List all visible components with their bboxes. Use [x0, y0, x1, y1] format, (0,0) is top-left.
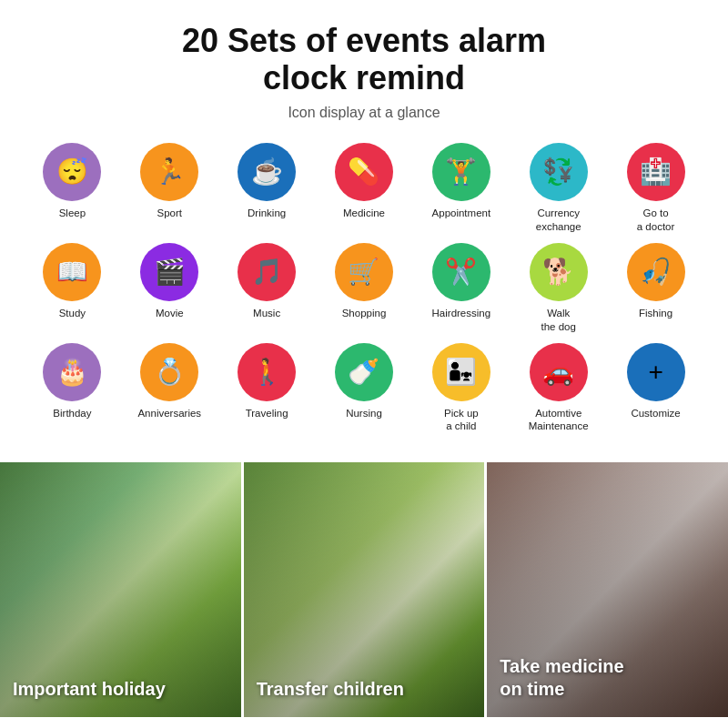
icon-circle-pickup: 👨‍👧: [432, 343, 490, 401]
icon-circle-study: 📖: [43, 243, 101, 301]
icon-item-automotive: 🚗Automtive Maintenance: [511, 343, 605, 434]
icon-circle-nursing: 🍼: [335, 343, 393, 401]
icon-circle-currency: 💱: [530, 143, 588, 201]
icons-grid: 😴Sleep🏃Sport☕Drinking💊Medicine🏋Appointme…: [18, 143, 710, 434]
icon-item-currency: 💱Currency exchange: [511, 143, 605, 234]
icon-circle-doctor: 🏥: [627, 143, 685, 201]
icon-circle-automotive: 🚗: [530, 343, 588, 401]
icon-circle-medicine: 💊: [335, 143, 393, 201]
icon-label-sleep: Sleep: [59, 207, 86, 220]
icon-label-appointment: Appointment: [432, 207, 491, 220]
icon-circle-customize: +: [627, 343, 685, 401]
icon-label-study: Study: [59, 307, 86, 320]
icon-circle-sport: 🏃: [140, 143, 198, 201]
photo-panel-medicine_time: Take medicine on time: [484, 462, 728, 717]
photos-section: Important holidayTransfer childrenTake m…: [0, 462, 728, 717]
icon-label-shopping: Shopping: [342, 307, 387, 320]
icon-circle-music: 🎵: [238, 243, 296, 301]
page-title: 20 Sets of events alarm clock remind: [18, 22, 710, 97]
icon-label-currency: Currency exchange: [536, 207, 581, 234]
icon-item-walkdog: 🐕Walk the dog: [511, 243, 605, 334]
icon-item-drinking: ☕Drinking: [220, 143, 314, 234]
icon-circle-movie: 🎬: [140, 243, 198, 301]
photo-label-children: Transfer children: [257, 678, 404, 701]
photo-panel-children: Transfer children: [241, 462, 485, 717]
subtitle: Icon display at a glance: [18, 105, 710, 121]
icon-item-customize: +Customize: [609, 343, 703, 434]
icon-item-music: 🎵Music: [220, 243, 314, 334]
icon-item-sport: 🏃Sport: [123, 143, 217, 234]
icon-item-traveling: 🚶Traveling: [220, 343, 314, 434]
icon-item-anniversary: 💍Anniversaries: [123, 343, 217, 434]
icon-item-movie: 🎬Movie: [123, 243, 217, 334]
icon-item-shopping: 🛒Shopping: [318, 243, 411, 334]
icon-item-study: 📖Study: [25, 243, 119, 334]
icon-label-automotive: Automtive Maintenance: [529, 407, 589, 434]
icon-label-hairdressing: Hairdressing: [432, 307, 491, 320]
icon-item-birthday: 🎂Birthday: [25, 343, 119, 434]
photo-panel-holiday: Important holiday: [0, 462, 241, 717]
photo-bg-children: Transfer children: [244, 462, 485, 717]
icon-item-medicine: 💊Medicine: [318, 143, 411, 234]
icon-item-doctor: 🏥Go to a doctor: [609, 143, 703, 234]
icon-circle-birthday: 🎂: [43, 343, 101, 401]
icon-item-nursing: 🍼Nursing: [318, 343, 411, 434]
icon-label-doctor: Go to a doctor: [637, 207, 675, 234]
icon-label-drinking: Drinking: [248, 207, 286, 220]
icon-label-traveling: Traveling: [246, 407, 288, 420]
icon-label-birthday: Birthday: [53, 407, 91, 420]
photo-bg-holiday: Important holiday: [0, 462, 241, 717]
icon-label-fishing: Fishing: [639, 307, 672, 320]
top-section: 20 Sets of events alarm clock remind Ico…: [0, 0, 728, 448]
icon-circle-hairdressing: ✂️: [432, 243, 490, 301]
photo-bg-medicine_time: Take medicine on time: [487, 462, 728, 717]
icon-circle-walkdog: 🐕: [530, 243, 588, 301]
photo-label-medicine_time: Take medicine on time: [500, 655, 623, 701]
photo-label-holiday: Important holiday: [13, 678, 166, 701]
icon-circle-drinking: ☕: [238, 143, 296, 201]
icon-label-anniversary: Anniversaries: [137, 407, 201, 420]
icon-circle-sleep: 😴: [43, 143, 101, 201]
icon-label-nursing: Nursing: [346, 407, 382, 420]
icon-label-medicine: Medicine: [343, 207, 385, 220]
icon-label-pickup: Pick up a child: [444, 407, 479, 434]
icon-circle-traveling: 🚶: [238, 343, 296, 401]
icon-label-movie: Movie: [156, 307, 184, 320]
icon-item-appointment: 🏋Appointment: [414, 143, 508, 234]
icon-label-walkdog: Walk the dog: [541, 307, 576, 334]
icon-label-sport: Sport: [157, 207, 183, 220]
icon-label-customize: Customize: [631, 407, 680, 420]
icon-label-music: Music: [253, 307, 280, 320]
icon-item-sleep: 😴Sleep: [25, 143, 119, 234]
icon-item-hairdressing: ✂️Hairdressing: [414, 243, 508, 334]
icon-circle-anniversary: 💍: [140, 343, 198, 401]
icon-circle-appointment: 🏋: [432, 143, 490, 201]
icon-circle-fishing: 🎣: [627, 243, 685, 301]
icon-item-pickup: 👨‍👧Pick up a child: [414, 343, 508, 434]
icon-item-fishing: 🎣Fishing: [609, 243, 703, 334]
icon-circle-shopping: 🛒: [335, 243, 393, 301]
